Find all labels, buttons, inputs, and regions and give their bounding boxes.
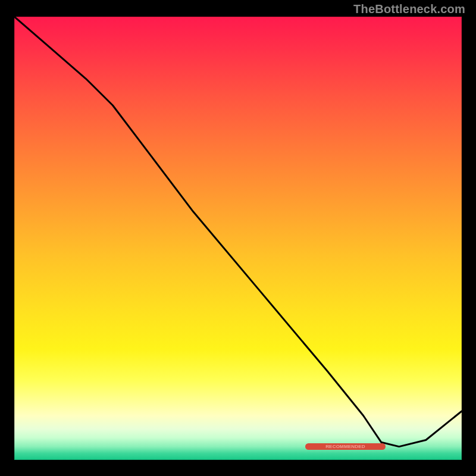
recommended-pill: RECOMMENDED — [305, 443, 386, 450]
curve-path — [14, 17, 462, 447]
curve-svg — [14, 17, 462, 460]
chart-stage: TheBottleneck.com RECOMMENDED — [0, 0, 476, 476]
watermark-text: TheBottleneck.com — [353, 2, 465, 16]
plot-area: RECOMMENDED — [14, 17, 462, 460]
recommended-pill-label: RECOMMENDED — [305, 443, 386, 450]
